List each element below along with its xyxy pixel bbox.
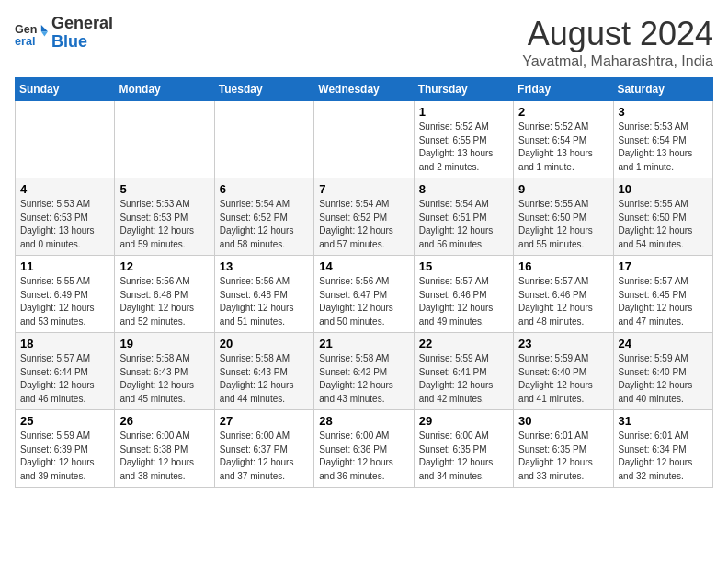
day-number: 14 xyxy=(319,259,408,273)
day-info: Sunrise: 5:59 AM Sunset: 6:39 PM Dayligh… xyxy=(20,430,109,483)
day-number: 15 xyxy=(419,259,508,273)
day-number: 11 xyxy=(20,259,109,273)
day-number: 19 xyxy=(119,337,209,350)
logo: Gen eral General Blue xyxy=(15,15,113,52)
title-block: August 2024 Yavatmal, Maharashtra, India xyxy=(522,15,713,70)
week-row-2: 4Sunrise: 5:53 AM Sunset: 6:53 PM Daylig… xyxy=(16,178,713,256)
day-info: Sunrise: 6:01 AM Sunset: 6:35 PM Dayligh… xyxy=(518,430,608,483)
day-cell: 22Sunrise: 5:59 AM Sunset: 6:41 PM Dayli… xyxy=(414,333,513,410)
day-info: Sunrise: 5:56 AM Sunset: 6:48 PM Dayligh… xyxy=(119,275,209,328)
week-row-1: 1Sunrise: 5:52 AM Sunset: 6:55 PM Daylig… xyxy=(16,101,713,178)
day-info: Sunrise: 6:01 AM Sunset: 6:34 PM Dayligh… xyxy=(619,430,708,483)
day-cell: 31Sunrise: 6:01 AM Sunset: 6:34 PM Dayli… xyxy=(613,410,712,488)
day-info: Sunrise: 5:55 AM Sunset: 6:50 PM Dayligh… xyxy=(518,198,608,251)
logo-icon: Gen eral xyxy=(15,17,48,50)
day-info: Sunrise: 5:55 AM Sunset: 6:49 PM Dayligh… xyxy=(20,275,109,328)
weekday-header-monday: Monday xyxy=(115,78,214,101)
week-row-5: 25Sunrise: 5:59 AM Sunset: 6:39 PM Dayli… xyxy=(16,410,713,488)
day-info: Sunrise: 5:54 AM Sunset: 6:52 PM Dayligh… xyxy=(319,198,408,251)
day-cell: 12Sunrise: 5:56 AM Sunset: 6:48 PM Dayli… xyxy=(115,256,214,333)
day-cell: 18Sunrise: 5:57 AM Sunset: 6:44 PM Dayli… xyxy=(16,333,115,410)
calendar-body: 1Sunrise: 5:52 AM Sunset: 6:55 PM Daylig… xyxy=(16,101,713,488)
day-number: 29 xyxy=(419,414,508,428)
page-header: Gen eral General Blue August 2024 Yavatm… xyxy=(15,15,713,70)
calendar-header: SundayMondayTuesdayWednesdayThursdayFrid… xyxy=(16,78,713,101)
day-cell: 7Sunrise: 5:54 AM Sunset: 6:52 PM Daylig… xyxy=(314,178,414,256)
day-info: Sunrise: 6:00 AM Sunset: 6:38 PM Dayligh… xyxy=(119,430,209,483)
day-cell: 21Sunrise: 5:58 AM Sunset: 6:42 PM Dayli… xyxy=(314,333,414,410)
day-cell xyxy=(115,101,214,178)
day-cell: 11Sunrise: 5:55 AM Sunset: 6:49 PM Dayli… xyxy=(16,256,115,333)
day-cell: 26Sunrise: 6:00 AM Sunset: 6:38 PM Dayli… xyxy=(115,410,214,488)
day-number: 9 xyxy=(518,182,608,196)
day-cell: 30Sunrise: 6:01 AM Sunset: 6:35 PM Dayli… xyxy=(514,410,613,488)
logo-text: General Blue xyxy=(51,15,113,52)
day-number: 1 xyxy=(419,105,508,119)
day-info: Sunrise: 5:56 AM Sunset: 6:48 PM Dayligh… xyxy=(220,275,309,328)
day-info: Sunrise: 5:57 AM Sunset: 6:46 PM Dayligh… xyxy=(419,275,508,328)
week-row-3: 11Sunrise: 5:55 AM Sunset: 6:49 PM Dayli… xyxy=(16,256,713,333)
day-number: 13 xyxy=(220,259,309,273)
svg-text:eral: eral xyxy=(15,34,35,47)
day-cell: 16Sunrise: 5:57 AM Sunset: 6:46 PM Dayli… xyxy=(514,256,613,333)
day-info: Sunrise: 5:55 AM Sunset: 6:50 PM Dayligh… xyxy=(619,198,708,251)
day-cell: 17Sunrise: 5:57 AM Sunset: 6:45 PM Dayli… xyxy=(613,256,712,333)
day-number: 28 xyxy=(319,414,408,428)
day-info: Sunrise: 5:54 AM Sunset: 6:52 PM Dayligh… xyxy=(220,198,309,251)
day-info: Sunrise: 5:59 AM Sunset: 6:40 PM Dayligh… xyxy=(518,352,608,406)
day-cell xyxy=(314,101,414,178)
calendar-table: SundayMondayTuesdayWednesdayThursdayFrid… xyxy=(15,77,713,488)
day-info: Sunrise: 5:53 AM Sunset: 6:53 PM Dayligh… xyxy=(119,198,209,251)
day-number: 6 xyxy=(220,182,309,196)
day-number: 7 xyxy=(319,182,408,196)
weekday-header-friday: Friday xyxy=(514,78,613,101)
day-cell: 20Sunrise: 5:58 AM Sunset: 6:43 PM Dayli… xyxy=(214,333,313,410)
day-info: Sunrise: 5:59 AM Sunset: 6:41 PM Dayligh… xyxy=(419,352,508,406)
day-cell: 9Sunrise: 5:55 AM Sunset: 6:50 PM Daylig… xyxy=(514,178,613,256)
day-number: 26 xyxy=(119,414,209,428)
day-info: Sunrise: 5:59 AM Sunset: 6:40 PM Dayligh… xyxy=(619,352,708,406)
day-info: Sunrise: 5:53 AM Sunset: 6:54 PM Dayligh… xyxy=(619,121,708,174)
svg-marker-3 xyxy=(41,31,48,36)
day-info: Sunrise: 6:00 AM Sunset: 6:35 PM Dayligh… xyxy=(419,430,508,483)
day-number: 20 xyxy=(220,337,309,350)
month-title: August 2024 xyxy=(522,15,713,53)
day-number: 27 xyxy=(220,414,309,428)
week-row-4: 18Sunrise: 5:57 AM Sunset: 6:44 PM Dayli… xyxy=(16,333,713,410)
day-info: Sunrise: 5:54 AM Sunset: 6:51 PM Dayligh… xyxy=(419,198,508,251)
day-cell: 24Sunrise: 5:59 AM Sunset: 6:40 PM Dayli… xyxy=(613,333,712,410)
weekday-header-sunday: Sunday xyxy=(16,78,115,101)
day-cell: 4Sunrise: 5:53 AM Sunset: 6:53 PM Daylig… xyxy=(16,178,115,256)
day-cell: 27Sunrise: 6:00 AM Sunset: 6:37 PM Dayli… xyxy=(214,410,313,488)
day-cell: 19Sunrise: 5:58 AM Sunset: 6:43 PM Dayli… xyxy=(115,333,214,410)
day-number: 16 xyxy=(518,259,608,273)
day-info: Sunrise: 6:00 AM Sunset: 6:37 PM Dayligh… xyxy=(220,430,309,483)
day-number: 3 xyxy=(619,105,708,119)
day-number: 21 xyxy=(319,337,408,350)
day-cell: 14Sunrise: 5:56 AM Sunset: 6:47 PM Dayli… xyxy=(314,256,414,333)
day-number: 8 xyxy=(419,182,508,196)
day-info: Sunrise: 5:56 AM Sunset: 6:47 PM Dayligh… xyxy=(319,275,408,328)
day-number: 18 xyxy=(20,337,109,350)
day-cell: 29Sunrise: 6:00 AM Sunset: 6:35 PM Dayli… xyxy=(414,410,513,488)
day-info: Sunrise: 5:58 AM Sunset: 6:43 PM Dayligh… xyxy=(220,352,309,406)
day-cell: 3Sunrise: 5:53 AM Sunset: 6:54 PM Daylig… xyxy=(613,101,712,178)
day-info: Sunrise: 5:58 AM Sunset: 6:42 PM Dayligh… xyxy=(319,352,408,406)
day-cell: 6Sunrise: 5:54 AM Sunset: 6:52 PM Daylig… xyxy=(214,178,313,256)
day-info: Sunrise: 5:58 AM Sunset: 6:43 PM Dayligh… xyxy=(119,352,209,406)
day-cell: 25Sunrise: 5:59 AM Sunset: 6:39 PM Dayli… xyxy=(16,410,115,488)
day-cell: 1Sunrise: 5:52 AM Sunset: 6:55 PM Daylig… xyxy=(414,101,513,178)
day-number: 23 xyxy=(518,337,608,350)
weekday-header-row: SundayMondayTuesdayWednesdayThursdayFrid… xyxy=(16,78,713,101)
day-cell: 15Sunrise: 5:57 AM Sunset: 6:46 PM Dayli… xyxy=(414,256,513,333)
day-number: 22 xyxy=(419,337,508,350)
day-number: 24 xyxy=(619,337,708,350)
day-number: 12 xyxy=(119,259,209,273)
location-subtitle: Yavatmal, Maharashtra, India xyxy=(522,53,713,70)
day-info: Sunrise: 5:57 AM Sunset: 6:45 PM Dayligh… xyxy=(619,275,708,328)
day-cell: 5Sunrise: 5:53 AM Sunset: 6:53 PM Daylig… xyxy=(115,178,214,256)
day-cell: 23Sunrise: 5:59 AM Sunset: 6:40 PM Dayli… xyxy=(514,333,613,410)
day-cell: 13Sunrise: 5:56 AM Sunset: 6:48 PM Dayli… xyxy=(214,256,313,333)
weekday-header-wednesday: Wednesday xyxy=(314,78,414,101)
day-number: 10 xyxy=(619,182,708,196)
